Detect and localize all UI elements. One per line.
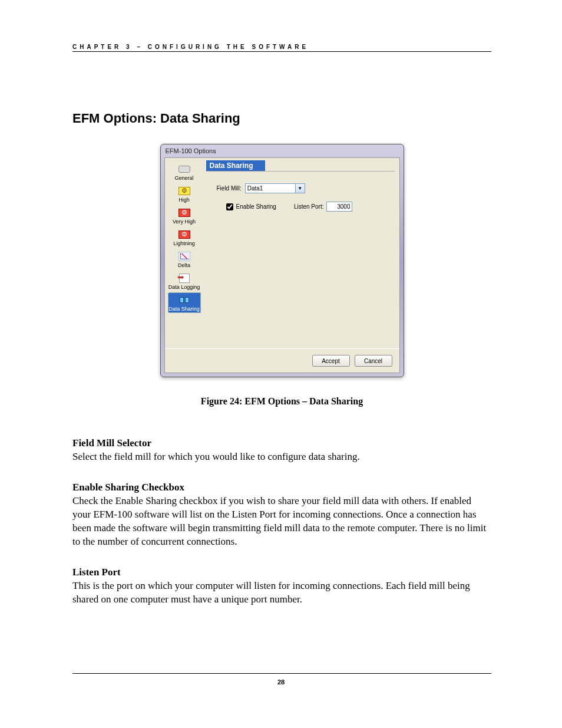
sidebar-item-general[interactable]: General (168, 162, 201, 182)
dialog-title: EFM-100 Options (166, 147, 216, 154)
listen-port-input[interactable] (326, 202, 352, 212)
general-icon (178, 163, 191, 175)
figure-caption: Figure 24: EFM Options – Data Sharing (72, 396, 491, 407)
enable-sharing-label: Enable Sharing (236, 203, 276, 210)
dialog-titlebar: EFM-100 Options (161, 144, 404, 157)
field-mill-value[interactable] (246, 185, 295, 192)
content-title: Data Sharing (206, 160, 265, 171)
sidebar-item-label: Data Sharing (168, 306, 200, 312)
para-body: Check the Enable Sharing checkbox if you… (72, 495, 491, 549)
field-mill-label: Field Mill: (217, 185, 242, 192)
listen-port-label: Listen Port: (294, 203, 324, 210)
chevron-down-icon[interactable]: ▼ (295, 184, 305, 193)
footer-divider (72, 673, 491, 674)
section-title: EFM Options: Data Sharing (72, 111, 491, 126)
sidebar-item-label: Data Logging (168, 284, 200, 290)
chapter-header: CHAPTER 3 – CONFIGURING THE SOFTWARE (72, 44, 491, 52)
enable-sharing-checkbox[interactable] (226, 203, 233, 210)
page-number: 28 (0, 678, 562, 686)
lightning-icon (178, 229, 191, 241)
options-dialog: EFM-100 Options General High (160, 144, 404, 377)
very-high-icon (178, 207, 191, 219)
sidebar-item-lightning[interactable]: Lightning (168, 227, 201, 248)
accept-button[interactable]: Accept (312, 355, 350, 367)
figure-screenshot: EFM-100 Options General High (72, 144, 491, 377)
data-logging-icon (178, 272, 191, 284)
sidebar: General High Very High Lightning (165, 158, 204, 348)
cancel-button[interactable]: Cancel (355, 355, 392, 367)
sidebar-item-label: Delta (178, 262, 190, 268)
para-title-field-mill-selector: Field Mill Selector (72, 437, 491, 449)
field-mill-dropdown[interactable]: ▼ (245, 183, 305, 193)
sidebar-item-delta[interactable]: Delta (168, 249, 201, 269)
high-icon (178, 185, 191, 197)
sidebar-item-very-high[interactable]: Very High (168, 205, 201, 226)
sidebar-item-label: General (174, 175, 193, 181)
delta-icon (178, 251, 191, 262)
para-title-enable-sharing: Enable Sharing Checkbox (72, 482, 491, 493)
sidebar-item-label: Very High (173, 219, 196, 225)
data-sharing-icon (178, 294, 191, 306)
para-body: Select the field mill for which you woul… (72, 450, 491, 464)
sidebar-item-label: Lightning (173, 241, 195, 246)
para-title-listen-port: Listen Port (72, 566, 491, 578)
sidebar-item-label: High (178, 197, 190, 203)
para-body: This is the port on which your computer … (72, 579, 491, 607)
sidebar-item-data-logging[interactable]: Data Logging (168, 271, 201, 291)
sidebar-item-high[interactable]: High (168, 183, 201, 204)
sidebar-item-data-sharing[interactable]: Data Sharing (168, 292, 201, 313)
